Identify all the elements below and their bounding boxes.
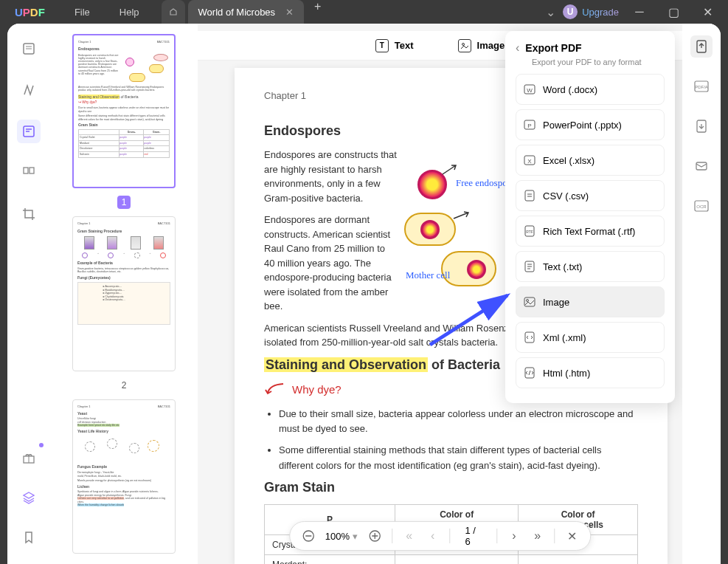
app-logo: UPDF: [0, 6, 60, 18]
zoom-out-button[interactable]: [302, 529, 315, 543]
text-tool-icon: T: [375, 39, 389, 52]
comment-mode-icon[interactable]: [17, 78, 41, 102]
close-controls-button[interactable]: ✕: [565, 529, 578, 543]
menu-help[interactable]: Help: [105, 7, 154, 18]
export-title: Export PDF: [525, 42, 581, 54]
zoom-value[interactable]: 100% ▾: [325, 531, 358, 542]
svg-text:OCR: OCR: [696, 204, 707, 209]
ocr-button[interactable]: OCR: [690, 195, 713, 217]
svg-text:P: P: [527, 123, 531, 129]
pdfa-button[interactable]: PDF/A: [690, 75, 713, 97]
prev-page-button[interactable]: ‹: [426, 529, 440, 543]
tab-document[interactable]: World of Microbes ✕: [188, 0, 305, 24]
text-icon: [524, 261, 535, 272]
arrow-annotation-icon: [264, 382, 286, 398]
reader-mode-icon[interactable]: [17, 37, 41, 61]
thumbnail-page-2[interactable]: Chapter 1BACT101 Gram Staining Procedure…: [72, 216, 176, 371]
export-excel[interactable]: XExcel (.xlsx): [516, 145, 665, 176]
svg-rect-22: [525, 190, 534, 201]
heading-gram-stain: Gram Stain: [264, 480, 638, 495]
export-subtitle: Export your PDF to any format: [532, 58, 665, 66]
export-pdf-panel: ‹ Export PDF Export your PDF to any form…: [505, 31, 675, 403]
organize-mode-icon[interactable]: [17, 161, 41, 185]
paragraph: Endospores are constructs that are highl…: [264, 148, 397, 205]
list-item: Due to their small size, bacteria appear…: [279, 407, 638, 438]
xml-icon: [524, 331, 535, 343]
crop-mode-icon[interactable]: [17, 202, 41, 226]
thumbnail-panel: Chapter 1BACT101 Endospores Endospores a…: [50, 24, 198, 564]
export-rtf[interactable]: RTFRich Text Format (.rtf): [516, 216, 665, 247]
upgrade-badge-icon: U: [563, 4, 578, 19]
export-xml[interactable]: Xml (.xml): [516, 322, 665, 353]
word-icon: W: [524, 83, 535, 95]
svg-rect-31: [524, 298, 535, 306]
close-tab-icon[interactable]: ✕: [285, 7, 294, 18]
share-button[interactable]: [690, 155, 713, 177]
rtf-icon: RTF: [524, 225, 535, 237]
export-button[interactable]: [690, 35, 713, 58]
left-toolbar: [7, 24, 50, 564]
dropdown-icon[interactable]: ⌄: [546, 5, 555, 19]
layers-icon[interactable]: [17, 486, 41, 509]
svg-text:PDF/A: PDF/A: [695, 85, 708, 89]
zoom-in-button[interactable]: [368, 529, 381, 543]
svg-rect-7: [30, 168, 34, 173]
tab-title: World of Microbes: [198, 7, 276, 18]
svg-rect-40: [696, 162, 707, 170]
export-powerpoint[interactable]: PPowerPoint (.pptx): [516, 109, 665, 140]
thumbnail-page-3[interactable]: Chapter 1BACT101 Yeast Unicellular fungi…: [72, 399, 176, 554]
thumbnail-number-1: 1: [117, 196, 131, 209]
thumbnail-page-1[interactable]: Chapter 1BACT101 Endospores Endospores a…: [72, 34, 176, 188]
add-tab-button[interactable]: +: [304, 0, 331, 24]
export-image[interactable]: Image: [516, 286, 665, 317]
image-tool-button[interactable]: Image: [458, 39, 505, 52]
title-bar: UPDF File Help World of Microbes ✕ + ⌄ U…: [0, 0, 728, 24]
next-page-button[interactable]: ›: [507, 529, 521, 543]
last-page-button[interactable]: »: [531, 529, 544, 543]
page-controls-bar: 100% ▾ « ‹ 1 / 6 › » ✕: [289, 521, 591, 551]
flatten-button[interactable]: [690, 115, 713, 137]
upgrade-button[interactable]: U Upgrade: [563, 4, 619, 19]
svg-text:X: X: [527, 158, 532, 165]
maximize-button[interactable]: ▢: [660, 3, 687, 21]
first-page-button[interactable]: «: [403, 529, 416, 543]
html-icon: [524, 367, 535, 379]
export-html[interactable]: Html (.htm): [516, 357, 665, 388]
list-item: Some differential staining methods that …: [279, 443, 638, 474]
powerpoint-icon: P: [524, 119, 535, 131]
back-icon[interactable]: ‹: [516, 41, 519, 55]
gift-icon[interactable]: [17, 446, 41, 470]
csv-icon: [524, 190, 535, 202]
text-tool-button[interactable]: T Text: [375, 39, 414, 52]
tab-home[interactable]: [162, 0, 185, 24]
export-csv[interactable]: CSV (.csv): [516, 180, 665, 211]
svg-point-32: [527, 300, 529, 302]
close-window-button[interactable]: ✕: [694, 3, 721, 21]
export-text[interactable]: Text (.txt): [516, 251, 665, 282]
image-tool-icon: [458, 39, 471, 52]
right-toolbar: PDF/A OCR: [682, 24, 721, 564]
svg-text:W: W: [527, 87, 533, 94]
export-word[interactable]: WWord (.docx): [516, 74, 665, 105]
excel-icon: X: [524, 154, 535, 166]
paragraph: Endospores are dormant constructs. Ameri…: [264, 213, 397, 314]
minimize-button[interactable]: ─: [626, 3, 653, 21]
upgrade-text: Upgrade: [582, 7, 619, 18]
svg-point-10: [462, 43, 464, 45]
document-viewport: T Text Image Chapter 1 Endospores Endosp…: [198, 24, 682, 564]
svg-text:RTF: RTF: [526, 230, 533, 234]
menu-file[interactable]: File: [60, 7, 105, 18]
page-indicator[interactable]: 1 / 6: [460, 525, 486, 547]
edit-mode-icon[interactable]: [17, 120, 41, 143]
svg-rect-6: [24, 168, 28, 173]
image-format-icon: [524, 296, 535, 308]
thumbnail-number-2: 2: [117, 379, 131, 392]
bookmark-icon[interactable]: [17, 526, 41, 549]
